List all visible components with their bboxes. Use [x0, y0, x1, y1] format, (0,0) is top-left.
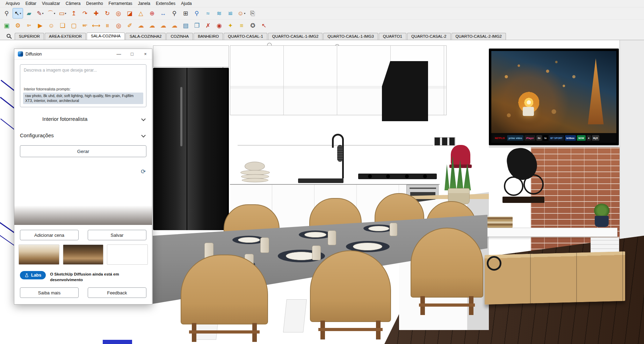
protractor-90-tool[interactable]: 90°: [80, 20, 90, 31]
dropdown-caret-icon[interactable]: ▾: [54, 12, 55, 15]
followme-tool[interactable]: ↷: [80, 8, 90, 19]
scene-tab-sala-cozinha2[interactable]: SALA-COZINHA2: [125, 33, 166, 40]
materials-tool[interactable]: ▣: [1, 20, 12, 31]
entity-info-tool[interactable]: S=: [24, 20, 34, 31]
target-tool[interactable]: ◎: [113, 20, 124, 31]
prompt-box: Interior fotorrealista prompts: raw phot…: [20, 64, 146, 107]
sandbox-tool-3[interactable]: ≌: [225, 8, 236, 19]
section-plane-tool[interactable]: ◪: [124, 8, 135, 19]
refresh-button[interactable]: ⟳: [138, 166, 149, 177]
layers-tool[interactable]: ≡: [236, 20, 247, 31]
select-tool[interactable]: ↖▾: [13, 8, 23, 19]
guide-lines-tool[interactable]: |||: [102, 20, 113, 31]
history-thumbnail-3[interactable]: [107, 244, 148, 265]
menu-desenho[interactable]: Desenho: [84, 0, 106, 7]
scene-tab-banheiro[interactable]: BANHEIRO: [194, 33, 223, 40]
play-animation-tool[interactable]: ▶: [35, 20, 45, 31]
chat-tool[interactable]: ❏: [57, 20, 68, 31]
menu-ajuda[interactable]: Ajuda: [178, 0, 195, 7]
cloud-upload-tool[interactable]: ☁: [136, 20, 146, 31]
learn-more-button[interactable]: Saiba mais: [20, 287, 79, 298]
photo-match-tool[interactable]: ▤: [180, 20, 191, 31]
menu-camera[interactable]: Câmera: [63, 0, 84, 7]
search-scenes-button[interactable]: [2, 32, 15, 39]
dropdown-caret-icon[interactable]: ▾: [244, 12, 245, 15]
film-reel-tool[interactable]: ✪: [247, 20, 258, 31]
history-thumbnail-2[interactable]: [63, 244, 104, 265]
style-section-header[interactable]: Interior fotorrealista: [20, 107, 146, 128]
scene-tab-quarto-casal-1-img2[interactable]: QUARTO-CASAL-1-IMG2: [268, 33, 323, 40]
avatar-tool[interactable]: ☺▾: [236, 8, 247, 19]
settings-section-header[interactable]: Configurações: [20, 128, 146, 140]
copy-pages-tool[interactable]: ❐: [191, 20, 202, 31]
cloud-settings-tool-icon: ☁: [172, 23, 178, 29]
warning-icon[interactable]: △: [136, 8, 146, 19]
add-scene-button[interactable]: Adicionar cena: [20, 230, 79, 240]
dropdown-caret-icon[interactable]: ▾: [65, 12, 66, 15]
pen-tool[interactable]: ✐: [124, 20, 135, 31]
eraser-tool[interactable]: ▰: [24, 8, 34, 19]
orbit-tool[interactable]: ⊕: [147, 8, 157, 19]
labs-badge[interactable]: Labs: [20, 271, 46, 279]
chair-rail: [419, 303, 475, 307]
cloud-download-tool[interactable]: ☁: [158, 20, 168, 31]
sandbox-tool-2[interactable]: ≋: [214, 8, 224, 19]
scene-tab-area-exterior[interactable]: AREA-EXTERIOR: [45, 33, 86, 40]
cloud-settings-tool[interactable]: ☁: [169, 20, 180, 31]
feedback-button[interactable]: Feedback: [88, 287, 146, 298]
scene-tab-quarto-casal-1-img3[interactable]: QUARTO-CASAL-1-IMG3: [323, 33, 378, 40]
media-cabinet: [485, 251, 625, 305]
menu-extensoes[interactable]: Extensões: [153, 0, 178, 7]
photo-match-tool-icon: ▤: [183, 23, 188, 29]
pan-tool[interactable]: ↔: [158, 8, 168, 19]
arc-tool[interactable]: ⌒▾: [46, 8, 57, 19]
menu-arquivo[interactable]: Arquivo: [3, 0, 23, 7]
scene-tab-quarto-casal-1[interactable]: QUARTO-CASAL-1: [224, 33, 267, 40]
dropdown-caret-icon[interactable]: ▾: [42, 12, 44, 15]
maximize-button[interactable]: □: [125, 49, 139, 59]
dialog-titlebar[interactable]: Diffusion — □ ×: [14, 49, 152, 59]
search-model-tool[interactable]: ⚲: [191, 8, 202, 19]
scene-tab-superior[interactable]: SUPERIOR: [15, 33, 44, 40]
zoom-window-tool[interactable]: ⚲: [1, 8, 12, 19]
menu-editar[interactable]: Editar: [23, 0, 39, 7]
offset-tool[interactable]: ◎: [113, 8, 124, 19]
generate-button[interactable]: Gerar: [20, 145, 146, 157]
viewport-3d[interactable]: NETFLIXprime videoiPlayeritvtvBT SPORTbr…: [0, 40, 644, 344]
history-thumbnail-1[interactable]: [19, 244, 59, 265]
scene-tab-quarto-casal-2[interactable]: QUARTO-CASAL-2: [407, 33, 451, 40]
save-button[interactable]: Salvar: [88, 230, 146, 240]
scene-tab-cozinha[interactable]: COZINHA: [166, 33, 193, 40]
prompt-suggestion-chip[interactable]: raw photo, 8k uhd, dslr, soft lighting, …: [23, 93, 143, 104]
zoom-extents-tool[interactable]: ⊞: [180, 8, 191, 19]
pushpull-tool[interactable]: ↥: [68, 8, 79, 19]
rotate-tool[interactable]: ↻: [102, 8, 113, 19]
scene-tab-quarto1[interactable]: QUARTO1: [379, 33, 406, 40]
menu-janela[interactable]: Janela: [135, 0, 153, 7]
menu-visualizar[interactable]: Visualizar: [39, 0, 63, 7]
dropdown-caret-icon[interactable]: ▾: [20, 12, 21, 15]
menu-ferramentas[interactable]: Ferramentas: [106, 0, 135, 7]
zoom-tool[interactable]: ⚲: [169, 8, 180, 19]
rectangle-tool[interactable]: ▭▾: [57, 8, 68, 19]
cut-tools-tool[interactable]: ✗: [203, 20, 213, 31]
dimension-tool[interactable]: ⟷: [91, 20, 101, 31]
scene-tab-quarto-casal-2-img2[interactable]: QUARTO-CASAL-2-IMG2: [451, 33, 506, 40]
move-tool[interactable]: ✚: [91, 8, 101, 19]
pointer-export-tool[interactable]: ↖: [259, 20, 269, 31]
close-button[interactable]: ×: [139, 49, 152, 59]
flashlight-tool[interactable]: ✦: [225, 20, 236, 31]
add-person-tool-icon: ☺: [48, 23, 54, 29]
sandbox-tool-1[interactable]: ≈: [203, 8, 213, 19]
cloud-library-tool[interactable]: ☁: [147, 20, 157, 31]
export-tool[interactable]: ⎘: [247, 8, 258, 19]
zoom-selection-tool[interactable]: ▢: [68, 20, 79, 31]
freehand-tool[interactable]: ✎▾: [35, 8, 45, 19]
prompt-input[interactable]: [20, 65, 146, 82]
styles-gear-tool[interactable]: ⚙: [13, 20, 23, 31]
scene-tab-sala-cozinha[interactable]: SALA-COZINHA: [87, 32, 125, 40]
minimize-button[interactable]: —: [112, 49, 125, 59]
rectangle-tool-icon: ▭: [59, 10, 64, 16]
add-person-tool[interactable]: ☺: [46, 20, 57, 31]
video-camera-tool[interactable]: ◉: [214, 20, 224, 31]
